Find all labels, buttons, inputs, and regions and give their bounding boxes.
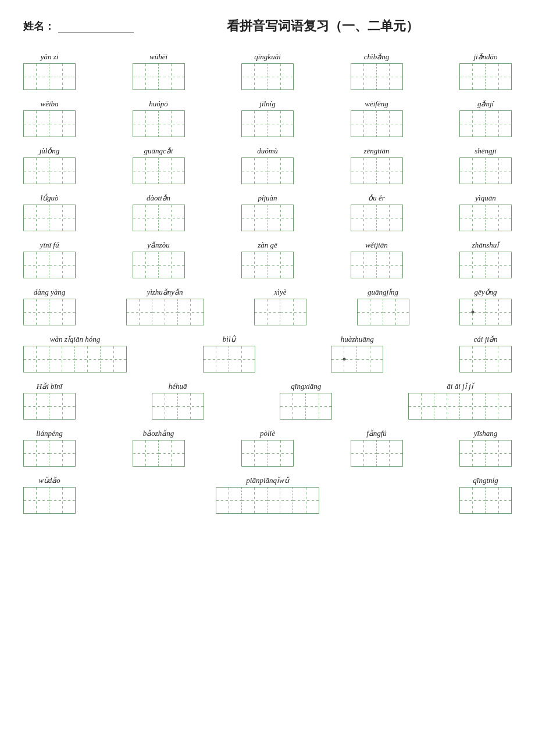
char-cell[interactable] [242,252,268,278]
char-cell[interactable] [268,158,293,184]
char-cell[interactable] [133,440,159,466]
char-cell[interactable] [351,252,377,278]
char-cell[interactable] [24,346,49,372]
char-cell[interactable] [377,205,402,231]
char-cell[interactable] [293,488,319,513]
char-cell[interactable] [133,111,159,137]
char-cell[interactable] [24,64,49,89]
char-cell[interactable] [159,252,184,278]
char-cell[interactable] [133,158,159,184]
char-cell[interactable] [486,488,511,513]
char-cell[interactable] [49,252,75,278]
char-cell[interactable] [24,158,49,184]
char-cell[interactable] [331,346,357,372]
char-cell[interactable] [101,346,126,372]
char-cell[interactable] [242,205,268,231]
char-cell[interactable] [178,299,204,325]
char-cell[interactable] [486,64,511,89]
char-cell[interactable] [486,205,511,231]
char-cell[interactable] [216,488,242,513]
char-cell[interactable] [133,64,159,89]
char-cell[interactable] [133,252,159,278]
char-cell[interactable] [351,158,377,184]
char-cell[interactable] [460,64,486,89]
char-cell[interactable] [152,299,178,325]
char-cell[interactable] [409,393,434,419]
char-cell[interactable] [49,346,75,372]
char-cell[interactable] [49,440,75,466]
char-cell[interactable] [486,111,511,137]
char-cell[interactable] [377,158,402,184]
char-cell[interactable] [377,111,402,137]
char-cell[interactable] [49,488,75,513]
char-cell[interactable] [24,488,49,513]
char-cell[interactable] [377,64,402,89]
char-cell[interactable] [351,64,377,89]
char-cell[interactable] [486,393,511,419]
char-cell[interactable] [49,205,75,231]
char-cell[interactable] [460,393,486,419]
char-cell[interactable] [24,440,49,466]
char-cell[interactable] [159,64,184,89]
char-cell[interactable] [24,205,49,231]
char-cell[interactable] [159,440,184,466]
char-cell[interactable] [242,488,268,513]
char-cell[interactable] [460,205,486,231]
char-cell[interactable] [268,440,293,466]
char-cell[interactable] [486,440,511,466]
char-cell[interactable] [49,111,75,137]
char-cell[interactable] [268,252,293,278]
char-cell[interactable] [486,158,511,184]
char-cell[interactable] [460,158,486,184]
char-cell[interactable] [49,299,75,325]
char-cell[interactable] [268,64,293,89]
char-cell[interactable] [486,252,511,278]
char-cell[interactable] [268,111,293,137]
char-cell[interactable] [133,205,159,231]
char-cell[interactable] [486,346,511,372]
char-cell[interactable] [178,393,204,419]
char-cell[interactable] [268,205,293,231]
char-cell[interactable] [351,111,377,137]
char-cell[interactable] [24,252,49,278]
char-cell[interactable] [383,299,409,325]
char-cell[interactable] [24,393,49,419]
char-cell[interactable] [49,64,75,89]
char-cell[interactable] [242,440,268,466]
char-cell[interactable] [24,111,49,137]
char-cell[interactable] [49,393,75,419]
char-cell[interactable] [377,440,402,466]
char-cell[interactable] [204,346,229,372]
pinyin-label: wǔdǎo [38,476,60,485]
char-cell[interactable] [268,488,293,513]
char-cell[interactable] [434,393,460,419]
char-cell[interactable] [159,111,184,137]
char-cell[interactable] [377,252,402,278]
char-cell[interactable] [460,346,486,372]
char-cell[interactable] [255,299,280,325]
char-cell[interactable] [306,393,331,419]
char-cell[interactable] [460,252,486,278]
char-cell[interactable] [460,111,486,137]
char-cell[interactable] [486,299,511,325]
char-cell[interactable] [242,158,268,184]
char-cell[interactable] [280,393,306,419]
char-cell[interactable] [280,299,306,325]
char-cell[interactable] [358,299,383,325]
char-cell[interactable] [152,393,178,419]
char-cell[interactable] [351,205,377,231]
char-cell[interactable] [229,346,255,372]
char-cell[interactable] [242,64,268,89]
char-cell[interactable] [242,111,268,137]
char-cell[interactable] [351,440,377,466]
char-cell[interactable] [49,158,75,184]
char-cell[interactable] [24,299,49,325]
char-cell[interactable] [460,440,486,466]
char-cell[interactable] [159,158,184,184]
char-cell[interactable] [159,205,184,231]
char-cell[interactable] [75,346,101,372]
char-cell[interactable] [127,299,152,325]
char-cell[interactable] [460,299,486,325]
char-cell[interactable] [357,346,383,372]
char-cell[interactable] [460,488,486,513]
